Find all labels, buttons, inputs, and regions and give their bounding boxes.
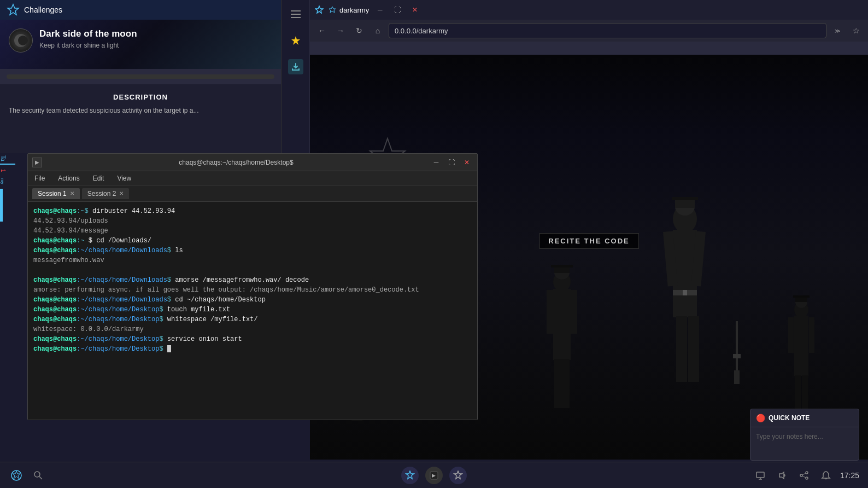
reload-button[interactable]: ↻ [351,23,367,38]
challenges-logo-icon [7,3,20,16]
browser-tab[interactable]: darkarmy [329,6,369,14]
url-bar[interactable]: 0.0.0.0/darkarmy [389,23,826,38]
terminal-line-14: chaqs@chaqs:~/chaqs/home/Desktop$ [33,344,472,354]
quick-note-body[interactable]: Type your notes here... [750,427,859,460]
minimize-button[interactable]: ─ [373,3,386,16]
challenges-header: Challenges [0,0,281,20]
browser-titlebar: darkarmy ─ ⛶ ✕ [310,0,868,20]
progress-wrapper: %0 [7,74,274,79]
terminal-tab-1-close[interactable]: ✕ [70,190,74,196]
taskbar-search-icon[interactable] [31,468,46,483]
svg-point-64 [800,474,802,477]
browser-tab-title: darkarmy [339,6,369,14]
svg-point-63 [806,477,808,479]
svg-rect-26 [547,290,553,334]
terminal-tab-2[interactable]: Session 2 ✕ [82,188,130,199]
quick-note-icon: 🔴 [756,414,765,422]
recite-code-text: RECITE THE CODE [548,237,629,245]
maximize-button[interactable]: ⛶ [391,3,404,16]
svg-rect-15 [676,316,687,382]
svg-rect-5 [291,17,301,18]
svg-point-2 [18,36,28,45]
active-indicator [0,189,3,222]
terminal-tab-1-label: Session 1 [38,190,67,197]
svg-rect-35 [788,317,794,353]
moon-icon [13,32,29,49]
quick-note-title: QUICK NOTE [769,414,810,422]
menu-icon[interactable] [288,7,303,22]
close-button[interactable]: ✕ [408,3,421,16]
svg-marker-8 [329,7,336,13]
back-button[interactable]: ← [314,23,330,38]
tab-label: Ta [0,155,6,161]
svg-rect-27 [571,290,577,334]
tab-indicator-3: my [0,176,15,187]
taskbar-right: 17:25 [753,468,859,483]
menu-view[interactable]: View [115,173,133,183]
terminal-line-9: chaqs@chaqs:~/chaqs/home/Downloads$ cd ~… [33,295,472,305]
bookmark-button[interactable]: ☆ [848,23,864,38]
challenge-banner: Dark side of the moon Keep it dark or sh… [0,20,281,69]
svg-marker-7 [315,6,323,13]
star-icon[interactable] [288,33,303,48]
svg-marker-57 [454,471,462,479]
terminal-tab-2-close[interactable]: ✕ [119,190,124,196]
terminal-menu: File Actions Edit View [28,171,477,185]
tab-label-3: my [0,178,5,184]
menu-file[interactable]: File [32,173,47,183]
terminal-line-5: chaqs@chaqs:~/chaqs/home/Downloads$ ls [33,246,472,255]
terminal-close-button[interactable]: ✕ [461,156,473,169]
svg-text:▶: ▶ [432,473,436,478]
svg-rect-3 [291,10,301,11]
terminal-maximize-button[interactable]: ⛶ [445,156,458,169]
menu-actions[interactable]: Actions [56,173,81,183]
terminal-body[interactable]: chaqs@chaqs:~$ dirbuster 44.52.93.94 44.… [28,202,477,420]
taskbar-clock: 17:25 [840,471,859,480]
terminal-minimize-button[interactable]: ─ [430,156,442,169]
terminal-line-empty [33,265,472,275]
svg-rect-34 [793,295,810,298]
taskbar-share-icon[interactable] [796,468,812,483]
soldier-left-icon [535,252,589,460]
forward-button[interactable]: → [333,23,348,38]
taskbar-app-terminal[interactable]: ▶ [425,467,443,484]
svg-rect-48 [733,354,741,358]
taskbar: ▶ 17:25 [0,462,868,488]
svg-marker-0 [8,4,19,15]
terminal-tabs: Session 1 ✕ Session 2 ✕ [28,185,477,202]
description-text: The security team detected suspicious ac… [9,106,272,115]
rifle-icon [729,321,745,387]
svg-rect-49 [734,370,740,384]
home-button[interactable]: ⌂ [370,23,385,38]
url-text: 0.0.0.0/darkarmy [395,27,448,35]
taskbar-display-icon[interactable] [753,468,768,483]
terminal-tab-1[interactable]: Session 1 ✕ [32,188,80,199]
taskbar-center: ▶ [401,467,467,484]
taskbar-pentest-icon[interactable] [9,468,24,483]
soldier-main-icon [641,186,729,460]
svg-rect-20 [683,290,687,295]
svg-rect-16 [688,316,699,382]
taskbar-app-challenges[interactable] [401,467,419,484]
svg-point-52 [34,472,40,477]
taskbar-volume-icon[interactable] [775,468,790,483]
progress-bar [7,74,274,79]
challenge-avatar [9,28,33,53]
svg-marker-51 [13,471,20,479]
taskbar-app-browser[interactable] [449,467,467,484]
terminal-line-7: chaqs@chaqs:~/chaqs/home/Downloads$ amor… [33,275,472,285]
terminal-line-8: amorse: performing async. if all goes we… [33,285,472,295]
recite-code-overlay: RECITE THE CODE [539,233,638,249]
browser-toolbar: ← → ↻ ⌂ 0.0.0.0/darkarmy ≫ ☆ [310,20,868,42]
svg-line-66 [802,476,806,478]
taskbar-notification-icon[interactable] [818,468,834,483]
download-icon[interactable] [288,59,303,74]
terminal-controls: ─ ⛶ ✕ [430,156,473,169]
browser-chrome: darkarmy ─ ⛶ ✕ ← → ↻ ⌂ 0.0.0.0/darkarmy … [310,0,868,55]
svg-line-65 [802,473,806,475]
quick-note-placeholder: Type your notes here... [756,433,823,440]
terminal-cursor [167,345,171,352]
terminal-line-2: 44.52.93.94/uploads [33,216,472,226]
extensions-button[interactable]: ≫ [830,23,845,38]
menu-edit[interactable]: Edit [91,173,107,183]
